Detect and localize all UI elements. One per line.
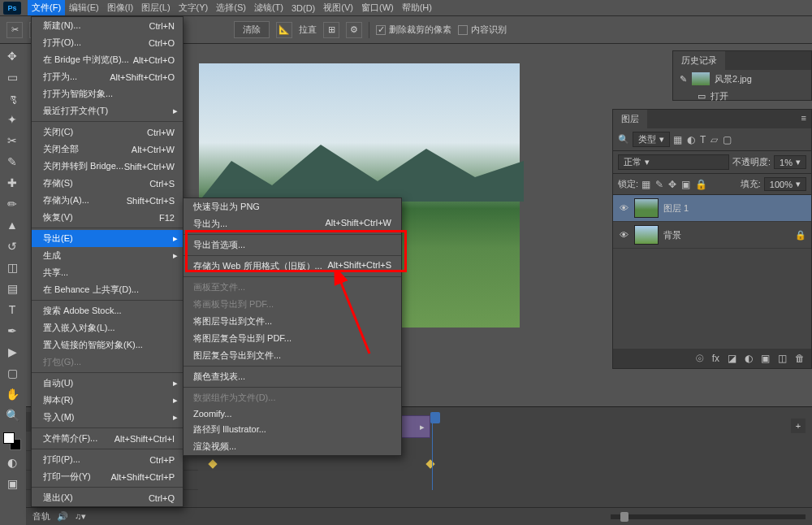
export-menu-item[interactable]: 导出首选项... bbox=[184, 236, 401, 254]
type-tool-icon[interactable]: T bbox=[2, 301, 22, 319]
keyframe-icon[interactable] bbox=[425, 459, 434, 468]
move-tool-icon[interactable]: ✥ bbox=[2, 47, 22, 65]
menu-window[interactable]: 窗口(W) bbox=[357, 0, 398, 15]
file-menu-item[interactable]: 打印(P)...Ctrl+P bbox=[32, 451, 183, 468]
blend-mode-select[interactable]: 正常▾ bbox=[618, 154, 729, 170]
export-menu-item[interactable]: 渲染视频... bbox=[184, 438, 401, 455]
menu-view[interactable]: 视图(V) bbox=[319, 0, 357, 15]
clip-menu-icon[interactable]: ▸ bbox=[415, 422, 430, 432]
pen-tool-icon[interactable]: ✒ bbox=[2, 322, 22, 340]
export-menu-item[interactable]: 数据组作为文件(D)... bbox=[184, 389, 401, 406]
menu-help[interactable]: 帮助(H) bbox=[398, 0, 436, 15]
healing-tool-icon[interactable]: ✚ bbox=[2, 174, 22, 192]
file-menu-item[interactable]: 文件简介(F)...Alt+Shift+Ctrl+I bbox=[32, 430, 183, 447]
lasso-tool-icon[interactable]: ೄ bbox=[2, 89, 22, 107]
add-track-button[interactable]: + bbox=[791, 419, 806, 433]
shape-tool-icon[interactable]: ▢ bbox=[2, 364, 22, 382]
eyedropper-tool-icon[interactable]: ✎ bbox=[2, 153, 22, 171]
keyframe-icon[interactable] bbox=[208, 459, 217, 468]
zoom-tool-icon[interactable]: 🔍 bbox=[2, 406, 22, 424]
lock-artboard-icon[interactable]: ▣ bbox=[681, 179, 690, 190]
file-menu-item[interactable]: 脚本(R) bbox=[32, 392, 183, 409]
file-menu-item[interactable]: 在 Bridge 中浏览(B)...Alt+Ctrl+O bbox=[32, 51, 183, 68]
gear-icon[interactable]: ⚙ bbox=[346, 22, 362, 38]
file-menu-item[interactable]: 关闭并转到 Bridge...Shift+Ctrl+W bbox=[32, 158, 183, 175]
link-icon[interactable]: ⦾ bbox=[696, 353, 704, 364]
export-menu-item[interactable]: 颜色查找表... bbox=[184, 368, 401, 385]
menu-3d[interactable]: 3D(D) bbox=[287, 2, 319, 15]
menu-filter[interactable]: 滤镜(T) bbox=[250, 0, 287, 15]
delete-cropped-checkbox[interactable]: ✓ 删除裁剪的像素 bbox=[376, 24, 451, 36]
history-step-item[interactable]: ▭ 打开 bbox=[673, 88, 811, 105]
file-menu-item[interactable]: 搜索 Adobe Stock... bbox=[32, 302, 183, 319]
quick-mask-icon[interactable]: ◐ bbox=[2, 453, 22, 471]
file-menu-item[interactable]: 关闭(C)Ctrl+W bbox=[32, 124, 183, 141]
hand-tool-icon[interactable]: ✋ bbox=[2, 385, 22, 403]
color-swatch[interactable] bbox=[3, 432, 21, 450]
menu-image[interactable]: 图像(I) bbox=[103, 0, 137, 15]
file-menu-item[interactable]: 最近打开文件(T) bbox=[32, 102, 183, 119]
menu-layer[interactable]: 图层(L) bbox=[137, 0, 174, 15]
filter-shape-icon[interactable]: ▱ bbox=[710, 134, 718, 145]
screen-mode-icon[interactable]: ▣ bbox=[2, 475, 22, 492]
lock-trans-icon[interactable]: ▦ bbox=[641, 179, 650, 190]
content-aware-checkbox[interactable]: 内容识别 bbox=[458, 24, 507, 36]
file-menu-item[interactable]: 退出(X)Ctrl+Q bbox=[32, 489, 183, 506]
lock-paint-icon[interactable]: ✎ bbox=[655, 179, 663, 190]
file-menu-item[interactable]: 置入链接的智能对象(K)... bbox=[32, 336, 183, 354]
visibility-icon[interactable]: 👁 bbox=[618, 230, 629, 240]
crop-tool-icon[interactable]: ✂ bbox=[6, 22, 23, 38]
file-menu-item[interactable]: 共享... bbox=[32, 264, 183, 281]
fill-input[interactable]: 100%▾ bbox=[764, 177, 806, 191]
layer-row-bg[interactable]: 👁 背景 🔒 bbox=[613, 222, 811, 249]
file-menu-item[interactable]: 生成 bbox=[32, 247, 183, 264]
new-layer-icon[interactable]: ◫ bbox=[778, 353, 787, 364]
history-doc-item[interactable]: ✎ 风景2.jpg bbox=[673, 70, 811, 88]
history-tab[interactable]: 历史记录 bbox=[673, 51, 725, 70]
file-menu-item[interactable]: 置入嵌入对象(L)... bbox=[32, 319, 183, 336]
fx-icon[interactable]: fx bbox=[712, 353, 719, 364]
file-menu-item[interactable]: 关闭全部Alt+Ctrl+W bbox=[32, 141, 183, 158]
file-menu-item[interactable]: 新建(N)...Ctrl+N bbox=[32, 17, 183, 34]
zoom-slider[interactable] bbox=[611, 514, 806, 519]
menu-type[interactable]: 文字(Y) bbox=[175, 0, 213, 15]
menu-select[interactable]: 选择(S) bbox=[212, 0, 250, 15]
export-menu-item[interactable]: 路径到 Illustrator... bbox=[184, 421, 401, 438]
panel-menu-icon[interactable]: ≡ bbox=[797, 110, 811, 128]
search-icon[interactable]: 🔍 bbox=[618, 134, 629, 145]
export-menu-item[interactable]: 导出为...Alt+Shift+Ctrl+W bbox=[184, 215, 401, 232]
grid-icon[interactable]: ⊞ bbox=[323, 22, 339, 38]
lock-all-icon[interactable]: 🔒 bbox=[695, 179, 707, 190]
layer-row-1[interactable]: 👁 图层 1 bbox=[613, 195, 811, 222]
path-tool-icon[interactable]: ▶ bbox=[2, 343, 22, 361]
filter-smart-icon[interactable]: ▢ bbox=[723, 134, 732, 145]
menu-edit[interactable]: 编辑(E) bbox=[65, 0, 103, 15]
straighten-icon[interactable]: 📐 bbox=[276, 22, 292, 38]
menu-file[interactable]: 文件(F) bbox=[28, 0, 65, 15]
lock-pos-icon[interactable]: ✥ bbox=[668, 179, 676, 190]
audio-menu-icon[interactable]: ♫▾ bbox=[75, 511, 86, 522]
crop-tool-icon[interactable]: ✂ bbox=[2, 132, 22, 150]
filter-pixel-icon[interactable]: ▦ bbox=[673, 134, 682, 145]
file-menu-item[interactable]: 打开(O)...Ctrl+O bbox=[32, 34, 183, 51]
export-menu-item[interactable]: 快速导出为 PNG bbox=[184, 198, 401, 215]
clear-button[interactable]: 清除 bbox=[234, 21, 270, 38]
file-menu-item[interactable]: 自动(U) bbox=[32, 375, 183, 392]
file-menu-item[interactable]: 打包(G)... bbox=[32, 354, 183, 371]
file-menu-item[interactable]: 打开为智能对象... bbox=[32, 85, 183, 102]
brush-tool-icon[interactable]: ✏ bbox=[2, 195, 22, 213]
stamp-tool-icon[interactable]: ▲ bbox=[2, 216, 22, 234]
quick-select-tool-icon[interactable]: ✦ bbox=[2, 111, 22, 128]
file-menu-item[interactable]: 导入(M) bbox=[32, 409, 183, 426]
mute-icon[interactable]: 🔊 bbox=[57, 511, 68, 522]
mask-icon[interactable]: ◪ bbox=[728, 353, 736, 364]
file-menu-item[interactable]: 在 Behance 上共享(D)... bbox=[32, 281, 183, 298]
file-menu-item[interactable]: 恢复(V)F12 bbox=[32, 209, 183, 226]
file-menu-item[interactable]: 存储为(A)...Shift+Ctrl+S bbox=[32, 192, 183, 209]
file-menu-item[interactable]: 导出(E) bbox=[32, 230, 183, 247]
filter-adjust-icon[interactable]: ◐ bbox=[687, 134, 695, 145]
file-menu-item[interactable]: 打印一份(Y)Alt+Shift+Ctrl+P bbox=[32, 468, 183, 485]
group-icon[interactable]: ▣ bbox=[761, 353, 770, 364]
trash-icon[interactable]: 🗑 bbox=[795, 353, 805, 364]
filter-kind-select[interactable]: 类型▾ bbox=[633, 132, 670, 147]
